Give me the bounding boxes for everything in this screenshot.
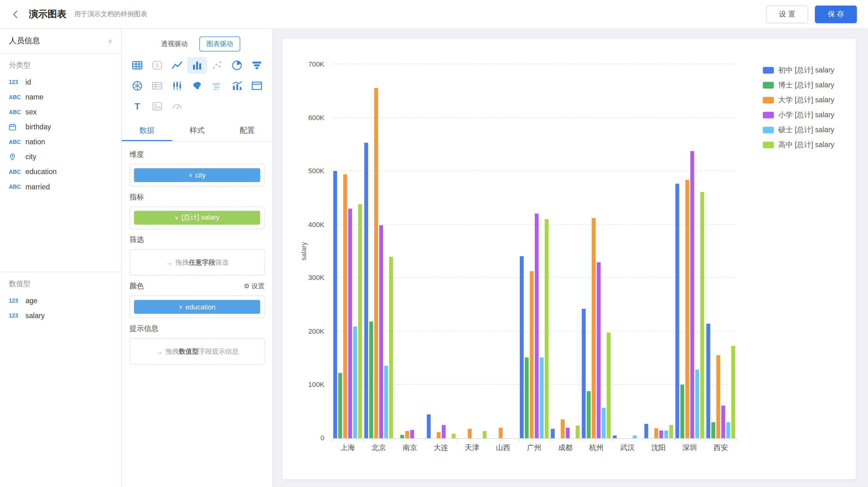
bar[interactable] [706, 324, 710, 439]
bar[interactable] [427, 414, 430, 438]
bar[interactable] [597, 262, 601, 438]
filter-dropzone[interactable]: → 拖拽任意字段筛选 [129, 249, 265, 275]
dataset-header[interactable]: 人员信息 ∨ [0, 29, 121, 54]
text-widget-icon[interactable]: T [127, 98, 147, 115]
bar[interactable] [333, 171, 337, 438]
bar[interactable] [499, 428, 502, 438]
metric-dropzone[interactable]: ∨ [总计] salary [129, 206, 265, 229]
map-chart-icon[interactable] [187, 77, 207, 94]
bar[interactable] [587, 391, 591, 438]
bar[interactable] [633, 436, 637, 439]
bar[interactable] [669, 425, 673, 438]
bar[interactable] [716, 355, 720, 438]
config-tab-data[interactable]: 数据 [122, 121, 172, 141]
field-item-education[interactable]: ABCeducation [0, 164, 121, 179]
bar[interactable] [364, 143, 368, 438]
bar[interactable] [348, 208, 352, 438]
bar[interactable] [551, 428, 555, 438]
field-item-id[interactable]: 123id [0, 75, 121, 90]
bar[interactable] [353, 327, 357, 438]
bar[interactable] [711, 422, 715, 439]
bar[interactable] [545, 219, 549, 439]
bar[interactable] [410, 430, 414, 438]
back-button[interactable] [6, 5, 24, 23]
bar[interactable] [695, 370, 699, 438]
config-tab-style[interactable]: 样式 [172, 121, 222, 141]
bar[interactable] [664, 430, 668, 438]
field-item-sex[interactable]: ABCsex [0, 104, 121, 120]
color-dropzone[interactable]: ∨ education [129, 295, 265, 318]
save-button[interactable]: 保 存 [815, 5, 857, 23]
settings-button[interactable]: 设 置 [766, 5, 808, 23]
pie-chart-icon[interactable] [227, 57, 247, 73]
bar[interactable] [613, 436, 617, 439]
bar[interactable] [659, 431, 663, 438]
legend-item[interactable]: 高中 [总计] salary [763, 137, 834, 152]
bar[interactable] [602, 408, 606, 438]
bar[interactable] [520, 256, 524, 438]
bar[interactable] [675, 184, 679, 438]
bar[interactable] [592, 218, 596, 438]
field-item-age[interactable]: 123age [0, 293, 121, 308]
bar[interactable] [338, 373, 342, 439]
radar-chart-icon[interactable] [127, 77, 147, 94]
bar[interactable] [607, 332, 611, 438]
bar[interactable] [374, 88, 378, 438]
detail-table-icon[interactable] [247, 77, 267, 94]
bar[interactable] [582, 309, 586, 438]
bar[interactable] [654, 428, 658, 439]
bar[interactable] [561, 420, 565, 438]
bar[interactable] [468, 428, 471, 438]
driver-tab-pivot[interactable]: 透视驱动 [154, 36, 195, 51]
bar[interactable] [483, 431, 486, 438]
bar[interactable] [358, 204, 362, 439]
tooltip-dropzone[interactable]: → 拖拽数值型字段提示信息 [129, 338, 265, 364]
bar[interactable] [379, 225, 383, 439]
field-item-name[interactable]: ABCname [0, 90, 121, 104]
config-tab-setting[interactable]: 配置 [222, 121, 272, 141]
candlestick-chart-icon[interactable] [167, 77, 187, 94]
color-settings-link[interactable]: ⚙ 设置 [244, 282, 265, 291]
bar[interactable] [685, 180, 689, 439]
bar[interactable] [680, 385, 684, 438]
bar[interactable] [452, 434, 455, 438]
field-item-married[interactable]: ABCmarried [0, 180, 121, 194]
table-icon[interactable] [127, 57, 147, 73]
funnel-chart-icon[interactable] [247, 57, 267, 73]
field-item-salary[interactable]: 123salary [0, 308, 121, 323]
dimension-pill-city[interactable]: ∨ city [134, 168, 260, 182]
bar[interactable] [384, 366, 388, 439]
legend-item[interactable]: 博士 [总计] salary [763, 77, 834, 92]
field-item-nation[interactable]: ABCnation [0, 134, 121, 149]
bar[interactable] [530, 271, 533, 438]
legend-item[interactable]: 初中 [总计] salary [763, 63, 834, 77]
bar[interactable] [644, 424, 648, 438]
bar[interactable] [400, 435, 404, 438]
legend-item[interactable]: 硕士 [总计] salary [763, 122, 834, 137]
field-item-birthday[interactable]: birthday [0, 120, 121, 134]
bar[interactable] [525, 358, 529, 438]
metric-pill-salary[interactable]: ∨ [总计] salary [134, 211, 260, 225]
bar-chart-icon[interactable] [187, 57, 207, 73]
bar[interactable] [700, 192, 704, 438]
bar[interactable] [405, 431, 409, 438]
bar[interactable] [566, 428, 570, 438]
bar[interactable] [731, 346, 735, 438]
bar[interactable] [436, 432, 440, 438]
bar[interactable] [343, 174, 347, 438]
bar[interactable] [369, 322, 373, 439]
bar[interactable] [576, 425, 580, 438]
color-pill-education[interactable]: ∨ education [134, 300, 260, 314]
bar[interactable] [441, 425, 445, 438]
line-chart-icon[interactable] [167, 57, 187, 73]
bar[interactable] [721, 405, 725, 438]
bar[interactable] [726, 422, 730, 439]
legend-item[interactable]: 小学 [总计] salary [763, 107, 834, 122]
bar[interactable] [690, 152, 694, 439]
dimension-dropzone[interactable]: ∨ city [129, 164, 265, 187]
wordcloud-chart-icon[interactable]: wordcloudapis tb [207, 77, 227, 94]
legend-item[interactable]: 大学 [总计] salary [763, 92, 834, 107]
combo-chart-icon[interactable] [227, 77, 247, 94]
driver-tab-chart[interactable]: 图表驱动 [199, 36, 241, 51]
bar[interactable] [535, 214, 538, 439]
